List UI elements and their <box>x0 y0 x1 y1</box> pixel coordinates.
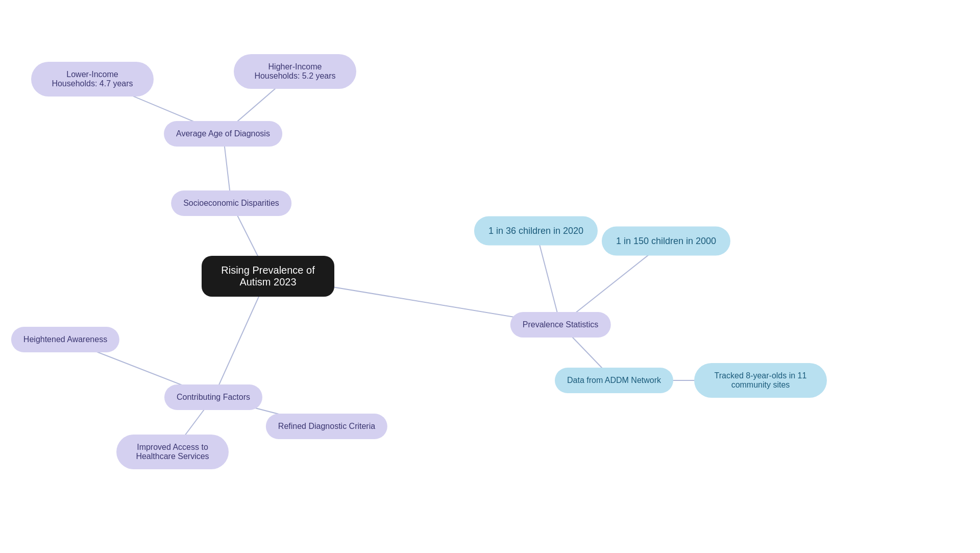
refined-node[interactable]: Refined Diagnostic Criteria <box>266 414 387 439</box>
lower-income-label: Lower-Income Households: 4.7 years <box>43 70 141 88</box>
avg-age-node[interactable]: Average Age of Diagnosis <box>164 121 282 147</box>
mind-map-container: Rising Prevalence of Autism 2023 Prevale… <box>0 0 980 553</box>
refined-label: Refined Diagnostic Criteria <box>278 422 375 431</box>
addm-node[interactable]: Data from ADDM Network <box>555 368 673 393</box>
center-label: Rising Prevalence of Autism 2023 <box>214 265 322 288</box>
avg-age-label: Average Age of Diagnosis <box>176 129 270 138</box>
tracked-node[interactable]: Tracked 8-year-olds in 11 community site… <box>694 363 827 398</box>
prevalence-stats-node[interactable]: Prevalence Statistics <box>510 312 611 338</box>
improved-label: Improved Access to Healthcare Services <box>129 443 216 461</box>
in36-label: 1 in 36 children in 2020 <box>488 226 583 236</box>
heightened-label: Heightened Awareness <box>23 335 107 344</box>
tracked-label: Tracked 8-year-olds in 11 community site… <box>706 371 815 390</box>
socioeconomic-node[interactable]: Socioeconomic Disparities <box>171 190 291 216</box>
in150-label: 1 in 150 children in 2000 <box>616 236 716 247</box>
addm-label: Data from ADDM Network <box>567 376 661 385</box>
contributing-factors-node[interactable]: Contributing Factors <box>164 384 262 410</box>
higher-income-label: Higher-Income Households: 5.2 years <box>246 62 344 81</box>
prevalence-stats-label: Prevalence Statistics <box>523 320 599 329</box>
lower-income-node[interactable]: Lower-Income Households: 4.7 years <box>31 62 154 97</box>
contributing-factors-label: Contributing Factors <box>177 393 250 402</box>
socioeconomic-label: Socioeconomic Disparities <box>183 199 279 208</box>
center-node[interactable]: Rising Prevalence of Autism 2023 <box>202 256 334 297</box>
in36-node[interactable]: 1 in 36 children in 2020 <box>474 217 598 246</box>
higher-income-node[interactable]: Higher-Income Households: 5.2 years <box>234 54 356 89</box>
heightened-node[interactable]: Heightened Awareness <box>11 327 119 352</box>
improved-node[interactable]: Improved Access to Healthcare Services <box>116 435 229 469</box>
in150-node[interactable]: 1 in 150 children in 2000 <box>602 227 730 256</box>
